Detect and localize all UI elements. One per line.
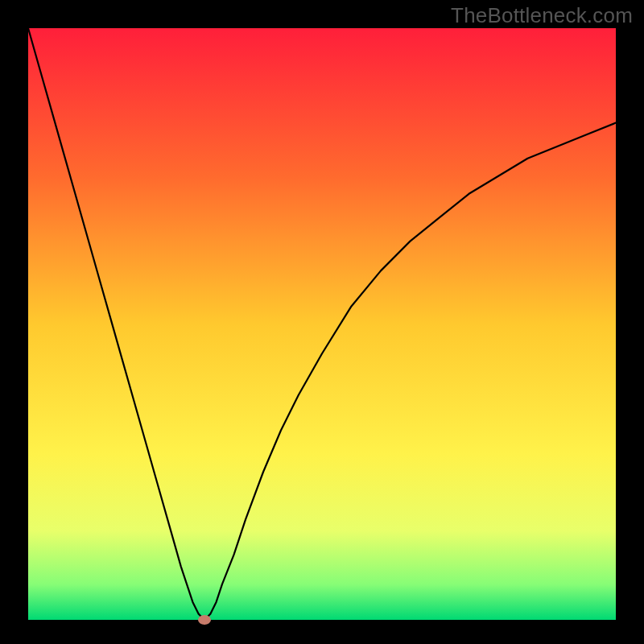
watermark-text: TheBottleneck.com (451, 3, 633, 28)
plot-background (28, 28, 616, 620)
bottleneck-chart (0, 0, 644, 644)
minimum-marker (198, 615, 211, 625)
chart-stage: TheBottleneck.com (0, 0, 644, 644)
